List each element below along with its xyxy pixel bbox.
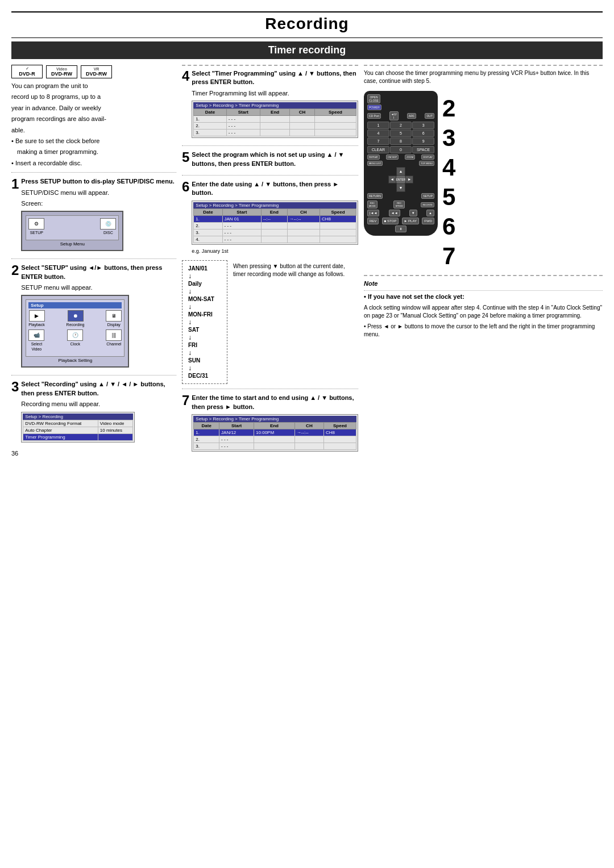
step-3: 3 Select "Recording" using ▲ / ▼ / ◄ / ►… <box>11 380 176 445</box>
recording-menu-screen: Setup > Recording DVD-RW Recording Forma… <box>21 412 135 443</box>
step-4: 4 Select "Timer Programming" using ▲ / ▼… <box>182 65 358 141</box>
disc-logo-dvdrw-video: Video DVD-RW <box>46 65 77 78</box>
disc-logo-dvdrw-vr: VR DVD-RW <box>81 65 112 78</box>
playback-setting-label: Playback Setting <box>26 358 125 363</box>
date-chain-explanation: When pressing ▼ button at the current da… <box>233 260 358 384</box>
timer-prog-screen-2: Setup > Recording > Timer Programming Da… <box>192 201 358 245</box>
right-column: You can choose the timer programming men… <box>364 65 603 457</box>
timer-prog-screen-3: Setup > Recording > Timer Programming Da… <box>192 414 358 452</box>
setup-menu-screen: Setup ▶ Playback ⏺ Recording <box>21 295 129 368</box>
step-7: 7 Enter the time to start and to end usi… <box>182 394 358 454</box>
date-chain: JAN/01 ↓ Daily ↓ MON-SAT ↓ MON-FRI ↓ SAT… <box>182 260 227 384</box>
step-1: 1 Press SETUP button to dis-play SETUP/D… <box>11 177 176 254</box>
step-6: 6 Enter the date using ▲ / ▼ buttons, th… <box>182 180 358 384</box>
page-title-area: Recording <box>11 11 603 38</box>
remote-number-grid: 1 2 3 4 5 6 7 8 9 <box>367 122 434 145</box>
remote-transport: |◄◄ ◄◄ ▼ ▲ <box>367 210 434 216</box>
middle-column: 4 Select "Timer Programming" using ▲ / ▼… <box>182 65 358 457</box>
disc-logos: ✓ DVD-R Video DVD-RW VR DVD-RW <box>11 65 176 78</box>
left-column: ✓ DVD-R Video DVD-RW VR DVD-RW You can p… <box>11 65 176 457</box>
step-2: 2 Select "SETUP" using ◄/► buttons, then… <box>11 264 176 370</box>
step-5: 5 Select the program which is not set up… <box>182 151 358 170</box>
section-header: Timer recording <box>11 41 603 59</box>
page-number: 36 <box>11 450 176 457</box>
setup-disc-screen: ⚙ SETUP 💿 DISC Setup Menu <box>21 211 123 251</box>
page-title: Recording <box>11 15 603 33</box>
timer-prog-screen-1: Setup > Recording > Timer Programming Da… <box>192 101 358 138</box>
step4-note: You can choose the timer programming men… <box>364 65 603 85</box>
step-numbers-right: 2 3 4 5 6 7 <box>442 91 455 268</box>
intro-text: You can program the unit to record up to… <box>11 82 176 168</box>
setup-menu-label: Setup Menu <box>26 241 119 247</box>
remote-control: OPENCLOSE POWER CD Port ◄U/I ARC OUT 1 <box>364 91 438 236</box>
note-box: Note • If you have not set the clock yet… <box>364 275 603 339</box>
page-wrapper: Recording Timer recording ✓ DVD-R Video … <box>11 11 603 457</box>
disc-logo-dvdr: ✓ DVD-R <box>11 65 43 78</box>
remote-dpad: ▲ ◄ ENTER ► ▼ <box>388 167 413 192</box>
